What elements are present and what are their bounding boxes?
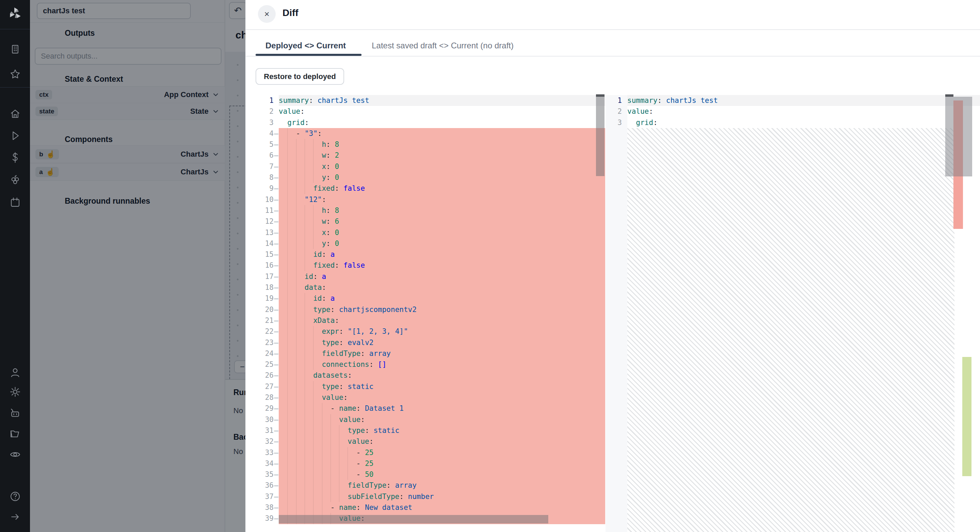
code-line: 15— id: a [259,249,605,260]
diff-left-editor[interactable]: 1summary: chartJs test2value:3 grid:4— -… [259,95,605,532]
modal-backdrop[interactable] [30,0,245,532]
code-line: 7— x: 0 [259,161,605,172]
help-icon[interactable] [9,491,21,502]
code-line: 16— fixed: false [259,260,605,271]
code-line: 23— type: evalv2 [259,337,605,348]
rail-divider [0,87,30,87]
code-line: 36— fieldType: array [259,480,605,491]
right-vertical-scrollbar-thumb[interactable] [945,97,972,176]
close-icon: × [264,9,269,19]
gear-icon[interactable] [9,386,21,397]
play-icon[interactable] [9,130,21,141]
tab-deployed-current[interactable]: Deployed <> Current [266,41,346,51]
dollar-icon[interactable] [9,152,21,163]
tab-draft-current[interactable]: Latest saved draft <> Current (no draft) [372,41,514,51]
code-line: 34— - 25 [259,458,605,469]
code-line: 26— datasets: [259,370,605,381]
code-line: 1summary: chartJs test [259,95,605,106]
code-line: 12— w: 6 [259,216,605,227]
tabs-divider [246,56,980,57]
code-line: 28— value: [259,392,605,403]
eye-icon[interactable] [9,449,21,460]
code-line: 8— y: 0 [259,172,605,183]
code-line: 31— type: static [259,425,605,436]
left-vertical-scrollbar-thumb[interactable] [596,97,605,176]
restore-to-deployed-button[interactable]: Restore to deployed [256,68,344,85]
code-line: 10— "12": [259,194,605,205]
code-line: 37— subFieldType: number [259,491,605,502]
arrow-right-icon[interactable] [9,511,21,522]
code-line: 14— y: 0 [259,238,605,249]
left-horizontal-scrollbar-thumb[interactable] [279,515,548,524]
code-line: 3 grid: [259,117,605,128]
code-line: 32— value: [259,436,605,447]
code-line: 25— connections: [] [259,359,605,370]
code-line: 33— - 25 [259,447,605,458]
code-line: 6— w: 2 [259,150,605,161]
building-icon[interactable] [9,43,21,55]
home-icon[interactable] [9,108,21,119]
header-divider [246,29,980,30]
code-line: 20— type: chartjscomponentv2 [259,304,605,315]
code-line: 24— fieldType: array [259,348,605,359]
code-line: 4— - "3": [259,128,605,139]
grapes-icon[interactable] [9,174,21,186]
folder-icon[interactable] [9,428,21,439]
gutter-background [606,95,627,532]
code-line: 27— type: static [259,381,605,392]
overview-ruler-added-marker [962,357,972,476]
right-scrollbar-top-marker [945,94,953,97]
left-scrollbar-top-marker [596,94,605,97]
code-line: 22— expr: "[1, 2, 3, 4]" [259,326,605,337]
nav-rail [0,0,30,532]
removed-region-hatch [627,128,955,532]
calendar-icon[interactable] [9,197,21,208]
code-line: 2value: [259,106,605,117]
code-line: 2value: [606,106,980,117]
code-line: 21— xData: [259,315,605,326]
person-icon[interactable] [9,367,21,378]
code-line: 13— x: 0 [259,227,605,238]
rail-divider [0,29,30,29]
code-line: 3 grid: [606,117,980,128]
close-button[interactable]: × [258,5,276,23]
code-line: 17— id: a [259,271,605,282]
app-screen: Outputs State & Context Components Backg… [0,0,980,532]
code-line: 19— id: a [259,293,605,304]
diff-modal: × Diff Deployed <> Current Latest saved … [245,0,980,532]
active-tab-underline [256,54,361,56]
code-line: 9— fixed: false [259,183,605,194]
code-line: 30— value: [259,414,605,425]
code-line: 29— - name: Dataset 1 [259,403,605,414]
modal-title: Diff [283,8,299,18]
star-icon[interactable] [9,68,21,80]
code-line: 1summary: chartJs test [606,95,980,106]
code-line: 11— h: 8 [259,205,605,216]
robot-icon[interactable] [9,407,21,419]
diff-right-editor[interactable]: 1summary: chartJs test2value:3 grid: [606,95,980,532]
code-line: 5— h: 8 [259,139,605,150]
code-line: 38— - name: New dataset [259,502,605,513]
windmill-logo-icon[interactable] [8,6,22,21]
code-line: 35— - 50 [259,469,605,480]
code-line: 18— data: [259,282,605,293]
